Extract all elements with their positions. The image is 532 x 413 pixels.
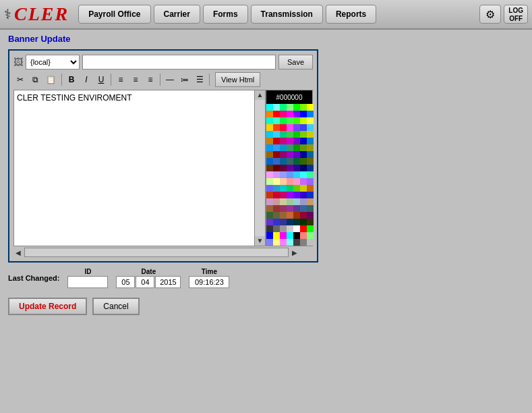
color-cell[interactable]	[287, 198, 293, 205]
color-cell[interactable]	[266, 178, 273, 185]
color-cell[interactable]	[293, 212, 300, 219]
color-cell[interactable]	[300, 117, 307, 124]
color-cell[interactable]	[266, 124, 273, 131]
copy-button[interactable]: ⧉	[28, 72, 42, 87]
color-cell[interactable]	[293, 178, 300, 185]
color-cell[interactable]	[266, 212, 273, 219]
color-cell[interactable]	[280, 225, 287, 232]
color-cell[interactable]	[293, 239, 300, 246]
color-cell[interactable]	[273, 171, 280, 178]
color-cell[interactable]	[287, 219, 293, 225]
color-cell[interactable]	[266, 198, 273, 205]
color-cell[interactable]	[300, 111, 307, 117]
color-cell[interactable]	[307, 138, 314, 144]
color-cell[interactable]	[280, 158, 287, 165]
color-cell[interactable]	[266, 185, 273, 192]
cut-button[interactable]: ✂	[13, 72, 27, 87]
color-cell[interactable]	[273, 219, 280, 225]
color-cell[interactable]	[287, 165, 293, 171]
color-cell[interactable]	[307, 158, 314, 165]
color-cell[interactable]	[293, 165, 300, 171]
payroll-office-nav[interactable]: Payroll Office	[78, 5, 150, 24]
color-cell[interactable]	[266, 171, 273, 178]
color-cell[interactable]	[287, 124, 293, 131]
color-cell[interactable]	[280, 131, 287, 138]
view-html-button[interactable]: View Html	[215, 72, 260, 87]
color-cell[interactable]	[307, 205, 314, 212]
color-cell[interactable]	[273, 124, 280, 131]
color-cell[interactable]	[307, 111, 314, 117]
vertical-scrollbar[interactable]: ▲ ▼	[255, 90, 266, 246]
color-cell[interactable]	[300, 239, 307, 246]
color-cell[interactable]	[273, 192, 280, 198]
unordered-list-button[interactable]: ≔	[178, 72, 191, 87]
color-cell[interactable]	[273, 151, 280, 158]
carrier-nav[interactable]: Carrier	[154, 5, 200, 24]
color-cell[interactable]	[307, 144, 314, 151]
update-record-button[interactable]: Update Record	[8, 298, 87, 315]
color-cell[interactable]	[287, 111, 293, 117]
paste-button[interactable]: 📋	[43, 72, 59, 87]
color-cell[interactable]	[287, 104, 293, 111]
color-cell[interactable]	[300, 171, 307, 178]
color-cell[interactable]	[300, 151, 307, 158]
color-cell[interactable]	[273, 111, 280, 117]
color-cell[interactable]	[266, 219, 273, 225]
color-cell[interactable]	[287, 138, 293, 144]
color-cell[interactable]	[273, 232, 280, 239]
color-cell[interactable]	[293, 131, 300, 138]
color-cell[interactable]	[307, 171, 314, 178]
color-cell[interactable]	[280, 198, 287, 205]
color-cell[interactable]	[287, 192, 293, 198]
color-cell[interactable]	[287, 232, 293, 239]
color-cell[interactable]	[280, 185, 287, 192]
color-cell[interactable]	[287, 205, 293, 212]
color-cell[interactable]	[293, 117, 300, 124]
color-cell[interactable]	[307, 225, 314, 232]
color-cell[interactable]	[273, 239, 280, 246]
scroll-down-arrow[interactable]: ▼	[255, 236, 265, 246]
color-cell[interactable]	[300, 104, 307, 111]
color-cell[interactable]	[293, 111, 300, 117]
time-input[interactable]	[189, 276, 229, 288]
color-cell[interactable]	[287, 158, 293, 165]
color-cell[interactable]	[280, 239, 287, 246]
color-cell[interactable]	[300, 192, 307, 198]
color-cell[interactable]	[300, 225, 307, 232]
color-cell[interactable]	[293, 124, 300, 131]
align-left-button[interactable]: ≡	[114, 72, 127, 87]
color-cell[interactable]	[300, 185, 307, 192]
color-cell[interactable]	[307, 212, 314, 219]
color-cell[interactable]	[300, 198, 307, 205]
color-cell[interactable]	[280, 124, 287, 131]
color-cell[interactable]	[293, 138, 300, 144]
color-cell[interactable]	[273, 178, 280, 185]
color-cell[interactable]	[280, 144, 287, 151]
color-cell[interactable]	[280, 205, 287, 212]
color-cell[interactable]	[293, 151, 300, 158]
cancel-button[interactable]: Cancel	[92, 298, 139, 315]
transmission-nav[interactable]: Transmission	[251, 5, 323, 24]
color-cell[interactable]	[280, 171, 287, 178]
color-cell[interactable]	[273, 117, 280, 124]
color-cell[interactable]	[293, 198, 300, 205]
id-input[interactable]	[67, 276, 108, 288]
color-cell[interactable]	[266, 239, 273, 246]
color-cell[interactable]	[280, 117, 287, 124]
color-cell[interactable]	[300, 178, 307, 185]
color-cell[interactable]	[287, 239, 293, 246]
color-cell[interactable]	[280, 151, 287, 158]
color-cell[interactable]	[273, 205, 280, 212]
color-cell[interactable]	[287, 144, 293, 151]
color-cell[interactable]	[307, 185, 314, 192]
color-cell[interactable]	[266, 205, 273, 212]
color-cell[interactable]	[280, 138, 287, 144]
color-cell[interactable]	[280, 192, 287, 198]
color-cell[interactable]	[293, 158, 300, 165]
save-button[interactable]: Save	[278, 55, 313, 70]
color-cell[interactable]	[266, 117, 273, 124]
color-cell[interactable]	[273, 104, 280, 111]
color-cell[interactable]	[307, 178, 314, 185]
color-cell[interactable]	[273, 131, 280, 138]
color-cell[interactable]	[300, 138, 307, 144]
